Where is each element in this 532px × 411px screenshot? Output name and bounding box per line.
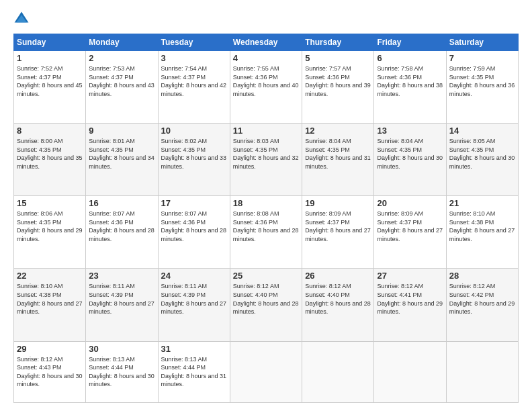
calendar-cell: 16 Sunrise: 8:07 AM Sunset: 4:36 PM Dayl…: [86, 196, 158, 269]
calendar-cell: [302, 341, 374, 402]
day-info: Sunrise: 8:10 AM Sunset: 4:38 PM Dayligh…: [449, 210, 515, 243]
day-info: Sunrise: 8:01 AM Sunset: 4:35 PM Dayligh…: [89, 137, 154, 171]
day-info: Sunrise: 8:07 AM Sunset: 4:36 PM Dayligh…: [89, 210, 154, 243]
calendar-cell: 27 Sunrise: 8:12 AM Sunset: 4:41 PM Dayl…: [374, 269, 446, 341]
weekday-header-thursday: Thursday: [302, 34, 374, 51]
day-number: 26: [305, 271, 371, 281]
calendar-cell: 24 Sunrise: 8:11 AM Sunset: 4:39 PM Dayl…: [158, 269, 230, 341]
calendar-cell: [446, 341, 518, 402]
day-info: Sunrise: 8:05 AM Sunset: 4:35 PM Dayligh…: [449, 137, 515, 171]
day-number: 1: [17, 53, 83, 63]
day-number: 9: [89, 126, 154, 136]
day-info: Sunrise: 7:55 AM Sunset: 4:36 PM Dayligh…: [233, 64, 299, 98]
day-number: 18: [233, 198, 299, 208]
header: [13, 11, 519, 27]
week-row-4: 22 Sunrise: 8:10 AM Sunset: 4:38 PM Dayl…: [14, 269, 519, 341]
weekday-header-tuesday: Tuesday: [158, 34, 230, 51]
day-info: Sunrise: 8:11 AM Sunset: 4:39 PM Dayligh…: [89, 282, 154, 316]
calendar-cell: [230, 341, 302, 402]
day-info: Sunrise: 8:12 AM Sunset: 4:41 PM Dayligh…: [377, 282, 443, 316]
calendar-cell: 31 Sunrise: 8:13 AM Sunset: 4:44 PM Dayl…: [158, 341, 230, 402]
day-number: 4: [233, 53, 299, 63]
day-number: 3: [161, 53, 227, 63]
day-info: Sunrise: 8:06 AM Sunset: 4:35 PM Dayligh…: [17, 210, 83, 243]
calendar-cell: 25 Sunrise: 8:12 AM Sunset: 4:40 PM Dayl…: [230, 269, 302, 341]
day-info: Sunrise: 8:12 AM Sunset: 4:42 PM Dayligh…: [449, 282, 515, 316]
day-number: 22: [17, 271, 83, 281]
calendar-cell: 30 Sunrise: 8:13 AM Sunset: 4:44 PM Dayl…: [86, 341, 158, 402]
calendar-cell: 15 Sunrise: 8:06 AM Sunset: 4:35 PM Dayl…: [14, 196, 86, 269]
day-number: 29: [17, 344, 83, 354]
calendar-cell: 17 Sunrise: 8:07 AM Sunset: 4:36 PM Dayl…: [158, 196, 230, 269]
day-number: 7: [449, 53, 515, 63]
day-number: 12: [305, 126, 371, 136]
day-number: 8: [17, 126, 83, 136]
week-row-3: 15 Sunrise: 8:06 AM Sunset: 4:35 PM Dayl…: [14, 196, 519, 269]
day-number: 15: [17, 198, 83, 208]
calendar-cell: 28 Sunrise: 8:12 AM Sunset: 4:42 PM Dayl…: [446, 269, 518, 341]
calendar-cell: 9 Sunrise: 8:01 AM Sunset: 4:35 PM Dayli…: [86, 124, 158, 196]
day-info: Sunrise: 8:12 AM Sunset: 4:43 PM Dayligh…: [17, 355, 83, 389]
day-info: Sunrise: 8:08 AM Sunset: 4:36 PM Dayligh…: [233, 210, 299, 243]
weekday-header-row: SundayMondayTuesdayWednesdayThursdayFrid…: [14, 34, 519, 51]
day-number: 23: [89, 271, 154, 281]
weekday-header-saturday: Saturday: [446, 34, 518, 51]
day-info: Sunrise: 8:00 AM Sunset: 4:35 PM Dayligh…: [17, 137, 83, 171]
calendar-cell: 10 Sunrise: 8:02 AM Sunset: 4:35 PM Dayl…: [158, 124, 230, 196]
day-info: Sunrise: 8:04 AM Sunset: 4:35 PM Dayligh…: [305, 137, 371, 171]
weekday-header-friday: Friday: [374, 34, 446, 51]
day-info: Sunrise: 8:12 AM Sunset: 4:40 PM Dayligh…: [233, 282, 299, 316]
day-info: Sunrise: 8:07 AM Sunset: 4:36 PM Dayligh…: [161, 210, 227, 243]
calendar-cell: 18 Sunrise: 8:08 AM Sunset: 4:36 PM Dayl…: [230, 196, 302, 269]
day-number: 19: [305, 198, 371, 208]
weekday-header-monday: Monday: [86, 34, 158, 51]
calendar-cell: 8 Sunrise: 8:00 AM Sunset: 4:35 PM Dayli…: [14, 124, 86, 196]
calendar-cell: 11 Sunrise: 8:03 AM Sunset: 4:35 PM Dayl…: [230, 124, 302, 196]
calendar-cell: 22 Sunrise: 8:10 AM Sunset: 4:38 PM Dayl…: [14, 269, 86, 341]
day-info: Sunrise: 7:53 AM Sunset: 4:37 PM Dayligh…: [89, 64, 154, 98]
day-info: Sunrise: 7:58 AM Sunset: 4:36 PM Dayligh…: [377, 64, 443, 98]
day-info: Sunrise: 7:57 AM Sunset: 4:36 PM Dayligh…: [305, 64, 371, 98]
calendar-cell: 29 Sunrise: 8:12 AM Sunset: 4:43 PM Dayl…: [14, 341, 86, 402]
day-number: 10: [161, 126, 227, 136]
day-number: 31: [161, 344, 227, 354]
day-number: 11: [233, 126, 299, 136]
day-number: 24: [161, 271, 227, 281]
week-row-5: 29 Sunrise: 8:12 AM Sunset: 4:43 PM Dayl…: [14, 341, 519, 402]
day-info: Sunrise: 7:52 AM Sunset: 4:37 PM Dayligh…: [17, 64, 83, 98]
day-info: Sunrise: 8:11 AM Sunset: 4:39 PM Dayligh…: [161, 282, 227, 316]
day-info: Sunrise: 8:04 AM Sunset: 4:35 PM Dayligh…: [377, 137, 443, 171]
day-number: 16: [89, 198, 154, 208]
calendar-cell: 12 Sunrise: 8:04 AM Sunset: 4:35 PM Dayl…: [302, 124, 374, 196]
day-number: 27: [377, 271, 443, 281]
day-number: 30: [89, 344, 154, 354]
day-number: 17: [161, 198, 227, 208]
weekday-header-sunday: Sunday: [14, 34, 86, 51]
day-info: Sunrise: 8:10 AM Sunset: 4:38 PM Dayligh…: [17, 282, 83, 316]
calendar-cell: 3 Sunrise: 7:54 AM Sunset: 4:37 PM Dayli…: [158, 51, 230, 124]
calendar-cell: 6 Sunrise: 7:58 AM Sunset: 4:36 PM Dayli…: [374, 51, 446, 124]
day-number: 25: [233, 271, 299, 281]
calendar-cell: 5 Sunrise: 7:57 AM Sunset: 4:36 PM Dayli…: [302, 51, 374, 124]
calendar-cell: 26 Sunrise: 8:12 AM Sunset: 4:40 PM Dayl…: [302, 269, 374, 341]
calendar-cell: 19 Sunrise: 8:09 AM Sunset: 4:37 PM Dayl…: [302, 196, 374, 269]
day-info: Sunrise: 8:12 AM Sunset: 4:40 PM Dayligh…: [305, 282, 371, 316]
day-info: Sunrise: 7:59 AM Sunset: 4:35 PM Dayligh…: [449, 64, 515, 98]
day-number: 20: [377, 198, 443, 208]
logo-icon: [13, 11, 30, 27]
calendar-cell: 23 Sunrise: 8:11 AM Sunset: 4:39 PM Dayl…: [86, 269, 158, 341]
calendar-cell: 20 Sunrise: 8:09 AM Sunset: 4:37 PM Dayl…: [374, 196, 446, 269]
day-info: Sunrise: 8:03 AM Sunset: 4:35 PM Dayligh…: [233, 137, 299, 171]
day-info: Sunrise: 8:09 AM Sunset: 4:37 PM Dayligh…: [377, 210, 443, 243]
day-number: 13: [377, 126, 443, 136]
calendar-cell: [374, 341, 446, 402]
calendar-cell: 14 Sunrise: 8:05 AM Sunset: 4:35 PM Dayl…: [446, 124, 518, 196]
page: SundayMondayTuesdayWednesdayThursdayFrid…: [0, 0, 532, 411]
week-row-1: 1 Sunrise: 7:52 AM Sunset: 4:37 PM Dayli…: [14, 51, 519, 124]
calendar-cell: 7 Sunrise: 7:59 AM Sunset: 4:35 PM Dayli…: [446, 51, 518, 124]
calendar: SundayMondayTuesdayWednesdayThursdayFrid…: [13, 34, 519, 403]
calendar-cell: 21 Sunrise: 8:10 AM Sunset: 4:38 PM Dayl…: [446, 196, 518, 269]
day-number: 2: [89, 53, 154, 63]
week-row-2: 8 Sunrise: 8:00 AM Sunset: 4:35 PM Dayli…: [14, 124, 519, 196]
day-info: Sunrise: 8:09 AM Sunset: 4:37 PM Dayligh…: [305, 210, 371, 243]
